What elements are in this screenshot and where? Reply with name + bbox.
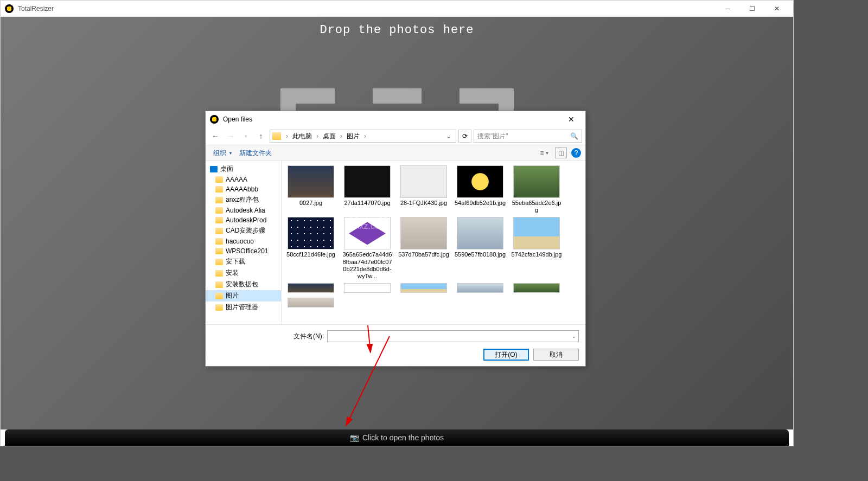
tree-item[interactable]: 安下载	[206, 256, 281, 267]
file-thumbnail	[288, 298, 334, 307]
dialog-close-button[interactable]: ✕	[561, 112, 581, 127]
tree-item[interactable]: CAD安装步骤	[206, 225, 281, 236]
tree-item[interactable]: 安装	[206, 267, 281, 279]
new-folder-button[interactable]: 新建文件夹	[236, 147, 275, 159]
tree-item[interactable]: 图片管理器	[206, 302, 281, 313]
tree-item-label: 桌面	[220, 164, 233, 174]
folder-icon	[215, 228, 223, 234]
breadcrumb-item[interactable]: 此电脑	[291, 131, 314, 142]
maximize-button[interactable]: ☐	[740, 1, 764, 17]
file-item[interactable]: 54af69db52e1b.jpg	[453, 164, 507, 215]
tree-item[interactable]: AutodeskProd	[206, 215, 281, 225]
breadcrumb-item[interactable]: 图片	[345, 131, 361, 142]
file-item[interactable]: 365a65edc7a44d68fbaa74d7e00fc070b221de8d…	[340, 216, 394, 281]
file-item[interactable]: 5590e57fb0180.jpg	[453, 216, 507, 281]
folder-icon	[215, 238, 223, 245]
dialog-title-bar: Open files ✕	[206, 111, 585, 127]
file-item[interactable]: 0027.jpg	[284, 164, 338, 215]
file-thumbnail	[400, 165, 447, 198]
file-item[interactable]: 28-1FQJK430.jpg	[397, 164, 451, 215]
file-thumbnail	[457, 217, 503, 249]
file-item[interactable]	[284, 282, 338, 296]
tree-item[interactable]: 图片	[206, 290, 281, 302]
tree-item-label: hacuocuo	[226, 238, 254, 245]
tree-item-label: anxz程序包	[226, 195, 259, 204]
file-item[interactable]: 27da1147070.jpg	[340, 164, 394, 215]
tree-item-label: 图片管理器	[226, 303, 258, 312]
folder-icon	[215, 186, 223, 193]
breadcrumb-item[interactable]: 桌面	[321, 131, 337, 142]
close-button[interactable]: ✕	[764, 1, 789, 17]
file-item[interactable]	[453, 282, 507, 296]
filename-label: 文件名(N):	[293, 332, 324, 341]
nav-forward-button[interactable]: →	[224, 130, 237, 143]
folder-icon	[215, 217, 223, 223]
folder-icon	[215, 281, 223, 288]
tree-item[interactable]: WPSOffice201	[206, 246, 281, 256]
camera-icon: 📷	[350, 433, 359, 442]
dialog-nav: ← → ▾ ↑ › 此电脑 › 桌面 › 图片 › ⌄ ⟳ 搜索"图片" 🔍	[206, 127, 585, 145]
folder-tree[interactable]: 桌面AAAAAAAAAAbbbanxz程序包Autodesk AliaAutod…	[206, 161, 282, 324]
open-button[interactable]: 打开(O)	[483, 349, 529, 361]
file-thumbnail	[344, 165, 391, 198]
tree-item-label: CAD安装步骤	[226, 226, 265, 235]
tree-item[interactable]: Autodesk Alia	[206, 206, 281, 215]
refresh-button[interactable]: ⟳	[458, 130, 471, 143]
tree-item[interactable]: 桌面	[206, 163, 281, 175]
file-thumbnail	[400, 217, 447, 249]
tree-item-label: WPSOffice201	[226, 247, 268, 255]
file-item[interactable]	[284, 297, 338, 310]
tree-item[interactable]: AAAAA	[206, 175, 281, 184]
organize-button[interactable]: 组织▼	[210, 147, 236, 159]
file-thumbnail	[513, 217, 560, 249]
breadcrumb[interactable]: › 此电脑 › 桌面 › 图片 › ⌄	[270, 130, 456, 143]
tree-item-label: AutodeskProd	[226, 216, 266, 224]
file-item[interactable]: 537d70ba57dfc.jpg	[397, 216, 451, 281]
breadcrumb-dropdown[interactable]: ⌄	[444, 132, 454, 140]
tree-item[interactable]: anxz程序包	[206, 194, 281, 206]
tree-item-label: 安下载	[226, 257, 245, 266]
file-name: 537d70ba57dfc.jpg	[398, 251, 449, 258]
file-thumbnail	[513, 283, 560, 293]
folder-icon	[215, 270, 223, 277]
nav-recent-button[interactable]: ▾	[239, 130, 252, 143]
file-item[interactable]	[340, 282, 394, 296]
file-name: 365a65edc7a44d68fbaa74d7e00fc070b221de8d…	[341, 251, 393, 280]
open-photos-button[interactable]: 📷 Click to open the photos	[5, 429, 789, 446]
open-file-dialog: Open files ✕ ← → ▾ ↑ › 此电脑 › 桌面 › 图片 › ⌄…	[205, 111, 586, 367]
file-thumbnail	[288, 165, 334, 198]
file-thumbnail	[513, 165, 560, 198]
tree-item-label: AAAAAbbb	[226, 185, 258, 193]
view-mode-button[interactable]: ≡ ▼	[539, 147, 551, 158]
tree-item[interactable]: AAAAAbbb	[206, 184, 281, 194]
search-input[interactable]: 搜索"图片" 🔍	[474, 130, 582, 143]
file-thumbnail	[288, 217, 334, 249]
tree-item-label: 图片	[226, 291, 239, 300]
file-grid[interactable]: 0027.jpg27da1147070.jpg28-1FQJK430.jpg54…	[282, 161, 585, 324]
help-button[interactable]: ?	[571, 148, 581, 158]
tree-item-label: AAAAA	[226, 176, 247, 183]
file-name: 28-1FQJK430.jpg	[400, 200, 447, 207]
window-controls: ─ ☐ ✕	[716, 1, 789, 17]
file-item[interactable]	[509, 282, 564, 296]
file-item[interactable]: 58ccf121d46fe.jpg	[284, 216, 338, 281]
file-thumbnail	[344, 283, 391, 293]
tree-item-label: 安装数据包	[226, 280, 258, 289]
file-item[interactable]	[397, 282, 451, 296]
open-photos-label: Click to open the photos	[362, 433, 444, 442]
cancel-button[interactable]: 取消	[533, 349, 579, 361]
file-name: 54af69db52e1b.jpg	[455, 200, 506, 207]
nav-up-button[interactable]: ↑	[254, 130, 267, 143]
tree-item-label: Autodesk Alia	[226, 207, 265, 214]
file-item[interactable]: 5742cfac149db.jpg	[509, 216, 564, 281]
tree-item[interactable]: hacuocuo	[206, 236, 281, 246]
preview-pane-button[interactable]: ◫	[555, 147, 567, 158]
title-bar: TotalResizer ─ ☐ ✕	[1, 1, 793, 17]
minimize-button[interactable]: ─	[716, 1, 740, 17]
file-item[interactable]: 55eba65adc2e6.jpg	[509, 164, 564, 215]
nav-back-button[interactable]: ←	[209, 130, 222, 143]
tree-item[interactable]: 安装数据包	[206, 279, 281, 290]
file-thumbnail	[288, 283, 334, 293]
file-name: 55eba65adc2e6.jpg	[510, 200, 563, 214]
filename-input[interactable]: ⌄	[327, 330, 579, 342]
